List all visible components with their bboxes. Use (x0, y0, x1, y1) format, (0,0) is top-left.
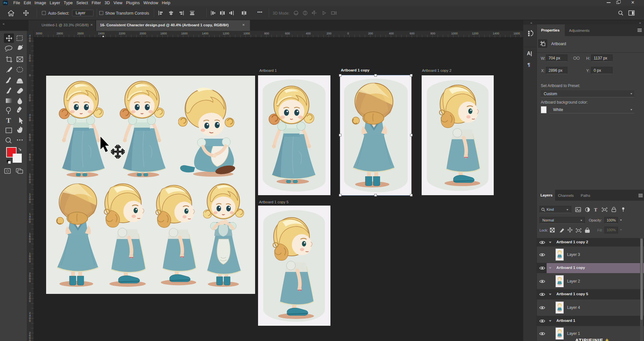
svg-text:T: T (6, 116, 11, 124)
svg-text:T: T (594, 207, 597, 212)
